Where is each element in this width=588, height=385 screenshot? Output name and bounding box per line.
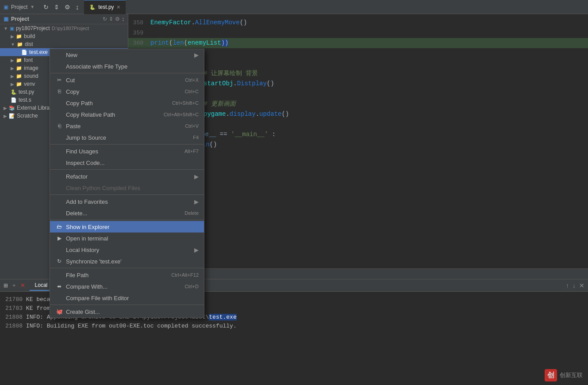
project-folder-icon: ▣ <box>10 26 14 31</box>
code-line-359: 359 <box>128 28 588 38</box>
menu-shortcut-jump: F4 <box>193 135 199 140</box>
menu-icon-paste: ⎗ <box>55 123 63 129</box>
terminal-add-btn[interactable]: + <box>12 282 16 289</box>
menu-label-jump: Jump to Source <box>66 134 184 141</box>
tree-arrow-external: ▶ <box>4 106 7 111</box>
menu-icon-terminal: ▶ <box>55 235 63 241</box>
sidebar-sync-icon[interactable]: ↻ <box>103 16 107 22</box>
menu-icon-explorer: 🗁 <box>55 224 63 230</box>
project-dropdown-icon[interactable]: ▼ <box>30 4 35 9</box>
menu-item-associate[interactable]: Associate with File Type <box>50 61 204 72</box>
menu-sep-1 <box>50 73 204 73</box>
project-tree-icon: ▣ <box>4 16 8 22</box>
menu-shortcut-copy-relative: Ctrl+Alt+Shift+C <box>164 112 199 117</box>
collapse-icon[interactable]: ⇕ <box>52 3 61 11</box>
menu-item-copy[interactable]: ⎘ Copy Ctrl+C <box>50 86 204 97</box>
menu-label-associate: Associate with File Type <box>66 63 199 70</box>
menu-item-refactor[interactable]: Refactor ▶ <box>50 171 204 182</box>
menu-arrow-favorites: ▶ <box>194 198 199 205</box>
folder-icon-venv: 📁 <box>16 81 22 87</box>
menu-item-inspect[interactable]: Inspect Code... <box>50 157 204 168</box>
sidebar-action-icons: ↻ ⇕ ⚙ ↨ <box>103 16 124 22</box>
tree-arrow-build: ▶ <box>11 34 14 39</box>
file-tab-active[interactable]: 🐍 test.py × <box>84 0 126 14</box>
tab-file-label: test.py <box>98 4 114 10</box>
menu-shortcut-copy: Ctrl+C <box>185 89 199 94</box>
tree-item-build[interactable]: ▶ 📁 build <box>0 32 128 40</box>
code-line-360: 360 print(len(enemyList)) <box>128 38 588 48</box>
sidebar-gear-icon[interactable]: ⚙ <box>115 16 120 22</box>
menu-label-history: Local History <box>66 247 191 253</box>
tree-arrow-font: ▶ <box>11 58 14 63</box>
menu-item-add-favorites[interactable]: Add to Favorites ▶ <box>50 196 204 207</box>
sidebar-layout-icon[interactable]: ↨ <box>122 16 124 22</box>
menu-shortcut-cut: Ctrl+X <box>185 77 199 83</box>
file-icon-tests: 📄 <box>11 97 17 103</box>
top-toolbar: ▣ Project ▼ ↻ ⇕ ⚙ ↨ 🐍 test.py × <box>0 0 588 14</box>
tree-item-project[interactable]: ▼ ▣ py1807Project D:\py1807Project <box>0 24 128 32</box>
menu-item-copy-relative[interactable]: Copy Relative Path Ctrl+Alt+Shift+C <box>50 109 204 120</box>
sync-icon[interactable]: ↻ <box>42 3 50 11</box>
menu-item-cut[interactable]: ✂ Cut Ctrl+X <box>50 74 204 86</box>
menu-label-filepath: File Path <box>66 272 162 278</box>
project-icon: ▣ <box>4 4 8 10</box>
menu-icon-compare: ⬌ <box>55 283 63 290</box>
menu-label-new: New <box>66 52 191 58</box>
menu-item-local-history[interactable]: Local History ▶ <box>50 244 204 255</box>
terminal-down-icon[interactable]: ↓ <box>573 282 576 289</box>
menu-arrow-refactor: ▶ <box>194 173 199 180</box>
toolbar-icons-left: ↻ ⇕ ⚙ ↨ <box>38 3 84 11</box>
menu-item-jump-source[interactable]: Jump to Source F4 <box>50 132 204 143</box>
terminal-action-icons: ↑ ↓ ✕ <box>566 282 584 289</box>
menu-label-sync: Synchronize 'test.exe' <box>66 258 199 265</box>
tree-item-dist[interactable]: ▼ 📁 dist <box>0 40 128 48</box>
menu-label-compare: Compare With... <box>66 283 176 290</box>
sidebar-collapse-icon[interactable]: ⇕ <box>109 16 113 22</box>
sidebar-title-label: ▣ Project <box>4 16 29 22</box>
menu-icon-copy: ⎘ <box>55 88 63 95</box>
terminal-close-panel-icon[interactable]: ✕ <box>579 282 584 289</box>
menu-label-compare-editor: Compare File with Editor <box>66 295 199 301</box>
menu-item-compare-with[interactable]: ⬌ Compare With... Ctrl+D <box>50 281 204 292</box>
menu-label-find: Find Usages <box>66 148 176 155</box>
terminal-up-icon[interactable]: ↑ <box>566 282 569 289</box>
menu-icon-gist: 🐙 <box>55 309 63 315</box>
tree-arrow-image: ▶ <box>11 66 14 71</box>
menu-shortcut-filepath: Ctrl+Alt+F12 <box>171 272 199 278</box>
folder-icon-image: 📁 <box>16 65 22 71</box>
menu-sep-7 <box>50 305 204 305</box>
menu-label-clean: Clean Python Compiled Files <box>66 185 199 191</box>
menu-item-show-explorer[interactable]: 🗁 Show in Explorer <box>50 221 204 233</box>
menu-item-synchronize[interactable]: ↻ Synchronize 'test.exe' <box>50 255 204 267</box>
menu-item-new[interactable]: New ▶ <box>50 49 204 61</box>
folder-icon-build: 📁 <box>16 34 22 39</box>
menu-sep-6 <box>50 268 204 268</box>
menu-item-create-gist[interactable]: 🐙 Create Gist... <box>50 306 204 317</box>
project-label[interactable]: Project <box>11 4 27 10</box>
watermark: 创 创新互联 <box>545 369 583 381</box>
menu-item-paste[interactable]: ⎗ Paste Ctrl+V <box>50 120 204 132</box>
terminal-close-btn[interactable]: ✕ <box>20 282 25 289</box>
menu-icon-cut: ✂ <box>55 77 63 83</box>
tab-close-btn[interactable]: × <box>117 4 120 11</box>
menu-item-file-path[interactable]: File Path Ctrl+Alt+F12 <box>50 269 204 281</box>
tree-arrow-venv: ▶ <box>11 82 14 87</box>
menu-item-delete[interactable]: Delete... Delete <box>50 207 204 219</box>
menu-item-copy-path[interactable]: Copy Path Ctrl+Shift+C <box>50 97 204 109</box>
menu-shortcut-compare: Ctrl+D <box>185 284 199 289</box>
sidebar-header: ▣ Project ↻ ⇕ ⚙ ↨ <box>0 14 128 24</box>
settings-icon[interactable]: ⚙ <box>63 3 72 11</box>
menu-label-explorer: Show in Explorer <box>66 224 199 230</box>
menu-label-gist: Create Gist... <box>66 309 199 315</box>
menu-item-compare-editor[interactable]: Compare File with Editor <box>50 292 204 304</box>
menu-item-find-usages[interactable]: Find Usages Alt+F7 <box>50 145 204 157</box>
watermark-text: 创新互联 <box>560 371 583 379</box>
menu-item-clean[interactable]: Clean Python Compiled Files <box>50 182 204 194</box>
layout-icon[interactable]: ↨ <box>74 3 81 11</box>
menu-item-open-terminal[interactable]: ▶ Open in terminal <box>50 233 204 244</box>
menu-shortcut-copy-path: Ctrl+Shift+C <box>172 100 199 106</box>
menu-shortcut-find: Alt+F7 <box>184 149 199 154</box>
menu-shortcut-delete: Delete <box>184 210 199 216</box>
context-menu: New ▶ Associate with File Type ✂ Cut Ctr… <box>50 49 204 318</box>
code-line-358: 358 EnemyFactor.AllEnemyMove() <box>128 18 588 28</box>
